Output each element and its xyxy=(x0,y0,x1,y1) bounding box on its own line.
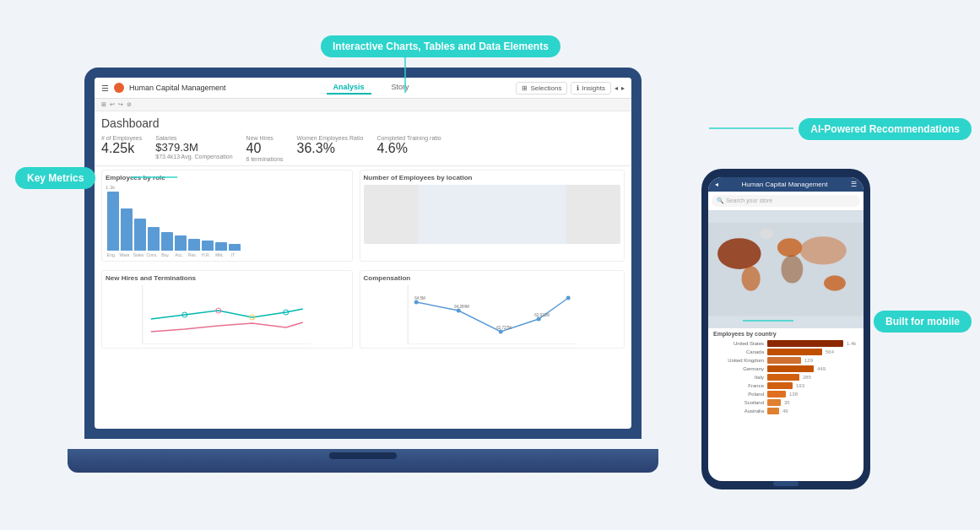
insights-icon: ℹ xyxy=(577,84,579,92)
charts-row-2: New Hires and Terminations xyxy=(95,267,631,352)
toolbar-icon-4[interactable]: ⊘ xyxy=(127,101,132,108)
country-row-de: Germany 449 xyxy=(708,365,864,373)
bar-accounting xyxy=(175,235,187,251)
country-row-pl: Poland 138 xyxy=(708,390,864,398)
tab-story[interactable]: Story xyxy=(385,81,416,95)
phone-header: ◂ Human Capital Management ☰ xyxy=(708,177,864,192)
hires-svg: Jan-2014 Feb-2014 Mar-2014 Apr-2014 xyxy=(106,285,349,344)
metrics-row: # of Employees 4.25k Salaries $379.3M $7… xyxy=(95,132,631,166)
laptop-device: ☰ Human Capital Management Analysis Stor… xyxy=(84,68,642,473)
phone-search-placeholder: Search your store xyxy=(726,197,772,203)
chart-employees-by-location: Number of Employees by location xyxy=(360,170,625,262)
tab-analysis[interactable]: Analysis xyxy=(327,81,371,95)
db-header-left: ☰ Human Capital Management xyxy=(101,83,226,93)
comp-svg: 64.5M 64.284M 62.727M 62.912M Jan-2014 F… xyxy=(364,285,620,344)
db-header-right: ⊞ Selections ℹ Insights ◂ ▸ xyxy=(516,82,625,95)
phone-section-title: Employees by country xyxy=(708,328,864,339)
insights-button[interactable]: ℹ Insights xyxy=(571,82,611,95)
bar-chart xyxy=(106,192,349,251)
world-map-svg xyxy=(364,185,620,244)
svg-point-39 xyxy=(742,266,761,290)
laptop-screen: ☰ Human Capital Management Analysis Stor… xyxy=(95,78,631,429)
metric-training: Completed Training ratio 4.6% xyxy=(376,135,441,162)
metric-women-ratio: Women Employees Ratio 36.3% xyxy=(297,135,364,162)
phone-app-title: Human Capital Management xyxy=(742,181,828,188)
metric-salaries: Salaries $379.3M $73.4k13 Avg. Compensat… xyxy=(155,135,232,162)
world-map xyxy=(364,185,620,244)
bar-research xyxy=(188,239,200,251)
bar-ca xyxy=(767,349,822,355)
svg-text:64.5M: 64.5M xyxy=(414,296,425,300)
phone-screen: ◂ Human Capital Management ☰ 🔍 Search yo… xyxy=(708,177,864,481)
bar-it xyxy=(767,374,799,381)
svg-point-44 xyxy=(760,228,774,239)
callout-ai: AI-Powered Recommendations xyxy=(799,118,972,140)
bar-au xyxy=(767,408,779,414)
db-toolbar: ⊞ ↩ ↪ ⊘ xyxy=(95,99,631,111)
toolbar-icon-1[interactable]: ⊞ xyxy=(101,101,106,108)
svg-point-27 xyxy=(536,317,540,322)
bar-construction xyxy=(148,227,160,251)
bar-us xyxy=(767,340,843,347)
toolbar-icon-2[interactable]: ↩ xyxy=(110,101,115,108)
db-header: ☰ Human Capital Management Analysis Stor… xyxy=(95,78,631,99)
nav-next[interactable]: ▸ xyxy=(621,84,625,92)
metric-new-hires: New Hires 40 6 terminations xyxy=(246,135,284,162)
bar-it xyxy=(229,244,241,251)
bar-de xyxy=(767,365,814,372)
bar-hr xyxy=(202,241,214,251)
bar-uk xyxy=(767,357,801,364)
chart-compensation: Compensation xyxy=(360,270,625,349)
charts-row-1: Employees by role 1.3k xyxy=(95,166,631,265)
callout-mobile: Built for mobile xyxy=(874,311,972,333)
svg-rect-11 xyxy=(418,185,566,244)
selections-icon: ⊞ xyxy=(522,84,528,92)
bar-marketing xyxy=(215,242,227,251)
selections-button[interactable]: ⊞ Selections xyxy=(516,82,567,95)
metric-employees: # of Employees 4.25k xyxy=(101,135,142,162)
country-row-ca: Canada 564 xyxy=(708,348,864,356)
svg-point-28 xyxy=(566,296,570,300)
bar-sales xyxy=(134,219,146,251)
country-row-sc: Scotland 35 xyxy=(708,398,864,407)
phone-map-svg xyxy=(708,210,864,328)
svg-point-26 xyxy=(498,330,502,334)
callout-key-metrics: Key Metrics xyxy=(15,167,95,189)
nav-prev[interactable]: ◂ xyxy=(615,84,618,92)
bar-sc xyxy=(767,399,781,406)
phone-home-button[interactable] xyxy=(773,481,799,486)
svg-point-41 xyxy=(781,255,803,283)
country-row-us: United States 1.4k xyxy=(708,339,864,348)
phone-menu-icon[interactable]: ☰ xyxy=(851,181,857,188)
app-logo xyxy=(114,83,124,93)
bar-fr xyxy=(767,382,793,389)
phone-search[interactable]: 🔍 Search your store xyxy=(712,195,860,207)
bar-pl xyxy=(767,391,786,398)
svg-point-40 xyxy=(777,238,802,257)
country-row-au: Australia 49 xyxy=(708,407,864,415)
bar-labels: Eng. Ware. Sales Cons. Buy. Acc. Res. H.… xyxy=(106,252,349,257)
bar-engineers xyxy=(107,192,119,251)
svg-text:64.284M: 64.284M xyxy=(454,305,469,309)
country-row-uk: United Kingdom 129 xyxy=(708,356,864,365)
laptop-frame: ☰ Human Capital Management Analysis Stor… xyxy=(84,68,642,439)
bar-warehouse xyxy=(121,208,133,251)
phone-map xyxy=(708,210,864,328)
country-row-fr: France 193 xyxy=(708,381,864,390)
app-title: Human Capital Management xyxy=(129,84,226,92)
svg-point-24 xyxy=(414,300,418,305)
phone-back-icon[interactable]: ◂ xyxy=(715,181,718,188)
line-chart-hires: Jan-2014 Feb-2014 Mar-2014 Apr-2014 xyxy=(106,285,349,344)
svg-point-43 xyxy=(824,275,846,290)
phone-country-bars: United States 1.4k Canada 564 United Kin… xyxy=(708,339,864,415)
chart-new-hires: New Hires and Terminations xyxy=(101,270,353,349)
phone-device: ◂ Human Capital Management ☰ 🔍 Search yo… xyxy=(701,169,870,489)
svg-text:62.912M: 62.912M xyxy=(534,313,550,317)
chart-employees-by-role: Employees by role 1.3k xyxy=(101,170,353,262)
callout-top: Interactive Charts, Tables and Data Elem… xyxy=(321,35,560,57)
toolbar-icon-3[interactable]: ↪ xyxy=(118,101,123,108)
svg-text:62.727M: 62.727M xyxy=(496,326,512,330)
svg-point-25 xyxy=(456,309,460,313)
menu-icon[interactable]: ☰ xyxy=(101,84,109,93)
line-chart-comp: 64.5M 64.284M 62.727M 62.912M Jan-2014 F… xyxy=(364,285,620,344)
